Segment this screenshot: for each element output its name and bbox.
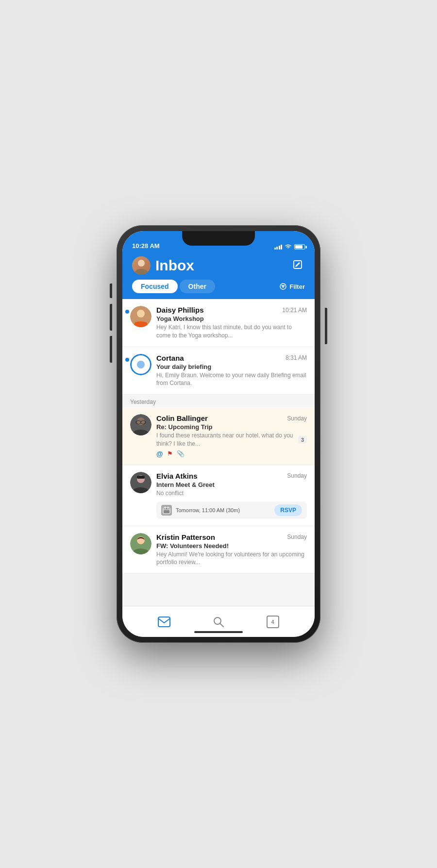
email-item-kristin[interactable]: Kristin Patterson Sunday FW: Volunteers … [122,526,315,574]
email-preview: Hi, Emily Braun. Welcome to your new dai… [156,371,307,388]
email-time: Sunday [287,534,307,540]
avatar-elvia [130,472,151,493]
email-item-daisy[interactable]: Daisy Phillips 10:21 AM Yoga Workshop He… [122,299,315,347]
email-list: Daisy Phillips 10:21 AM Yoga Workshop He… [122,299,315,606]
svg-rect-15 [137,476,145,479]
email-time: Sunday [287,472,307,479]
section-label-yesterday: Yesterday [122,395,315,407]
app-header: Inbox Focused Other [122,252,315,299]
email-preview: Hey Alumni! We're looking for volunteers… [156,551,307,567]
email-content-daisy: Daisy Phillips 10:21 AM Yoga Workshop He… [156,306,307,340]
email-content-kristin: Kristin Patterson Sunday FW: Volunteers … [156,533,307,567]
email-item-colin[interactable]: Colin Ballinger Sunday Re: Upcoming Trip… [122,407,315,465]
phone-frame: 10:28 AM [117,225,320,643]
status-icons [274,244,305,250]
phone-screen: 10:28 AM [122,231,315,637]
email-preview: I found these restaurants near our hotel… [156,432,298,448]
email-preview: Hey Katri, I know this last minute, but … [156,323,307,340]
svg-line-24 [220,623,223,627]
tab-focused[interactable]: Focused [132,280,178,293]
sender-name: Colin Ballinger [156,414,208,422]
email-item-elvia[interactable]: Elvia Atkins Sunday Intern Meet & Greet … [122,465,315,526]
flag-icon: ⚑ [167,450,173,457]
email-subject: Your daily briefing [156,363,307,370]
power-button[interactable] [325,308,327,344]
avatar-kristin [130,533,151,554]
avatar-colin [130,414,151,435]
sender-name: Elvia Atkins [156,472,197,480]
tab-other[interactable]: Other [180,280,215,293]
sender-name: Cortana [156,354,184,362]
nav-calendar[interactable]: 4 [257,614,289,630]
volume-down-button[interactable] [110,304,112,331]
svg-rect-22 [158,617,170,627]
silent-switch[interactable] [110,336,112,363]
email-preview: No conflict [156,489,307,498]
inbox-title: Inbox [155,257,194,274]
at-mention-icon: @ [156,450,163,458]
email-subject: FW: Volunteers Needed! [156,542,307,550]
signal-icon [274,245,283,250]
tab-bar: Focused Other Filter [132,280,305,293]
email-item-cortana[interactable]: Cortana 8:31 AM Your daily briefing Hi, … [122,347,315,395]
sender-name: Daisy Phillips [156,306,204,314]
unread-indicator [125,310,129,314]
notch [182,231,255,246]
home-indicator[interactable] [194,631,243,633]
compose-button[interactable] [290,257,305,274]
inbox-tabs: Focused Other [132,280,215,293]
email-content-elvia: Elvia Atkins Sunday Intern Meet & Greet … [156,472,307,519]
email-time: 10:21 AM [282,307,307,314]
volume-up-button[interactable] [110,284,112,298]
wifi-icon [285,244,292,250]
email-subject: Yoga Workshop [156,315,307,322]
email-time: Sunday [287,415,307,422]
svg-rect-16 [163,508,170,514]
calendar-badge-icon [161,505,172,516]
thread-count: 3 [298,436,307,444]
unread-indicator [125,358,129,362]
calendar-icon: 4 [267,616,279,628]
avatar-cortana [130,354,151,375]
email-subject: Re: Upcoming Trip [156,423,307,431]
email-subject: Intern Meet & Greet [156,481,307,488]
nav-mail[interactable] [148,615,180,629]
email-content-colin: Colin Ballinger Sunday Re: Upcoming Trip… [156,414,307,458]
nav-search[interactable] [203,614,234,630]
attachment-icon: 📎 [177,450,185,457]
status-time: 10:28 AM [132,242,160,250]
svg-point-0 [138,260,145,267]
rsvp-time: Tomorrow, 11:00 AM (30m) [176,507,240,513]
filter-label: Filter [289,283,305,290]
sender-name: Kristin Patterson [156,533,215,541]
email-time: 8:31 AM [286,354,307,361]
user-avatar[interactable] [132,256,151,275]
battery-icon [294,244,305,250]
email-content-cortana: Cortana 8:31 AM Your daily briefing Hi, … [156,354,307,388]
rsvp-button[interactable]: RSVP [274,504,302,516]
filter-button[interactable]: Filter [279,283,305,290]
avatar-daisy [130,306,151,327]
rsvp-row: Tomorrow, 11:00 AM (30m) RSVP [156,501,307,519]
svg-point-7 [137,310,145,317]
